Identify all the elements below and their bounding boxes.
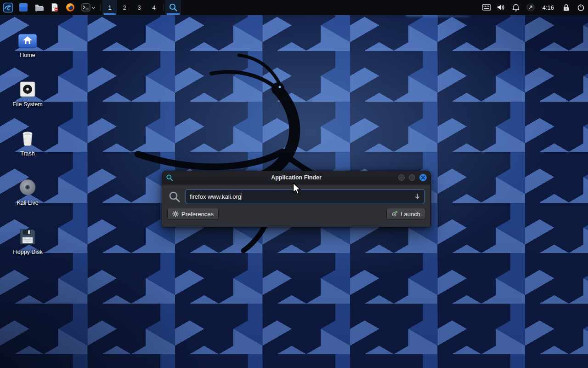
run-icon xyxy=(391,211,398,217)
top-panel: 1 2 3 4 xyxy=(0,0,588,15)
optical-disc-icon xyxy=(18,178,37,196)
document-icon xyxy=(50,3,59,12)
desktop-icon-label: Kali Live xyxy=(2,200,53,206)
application-finder-icon xyxy=(166,174,173,181)
text-editor-launcher[interactable] xyxy=(47,0,62,15)
workspace-3-button[interactable]: 3 xyxy=(132,0,147,15)
floppy-disk-icon xyxy=(19,228,36,246)
desktop-icon-home[interactable]: Home xyxy=(2,28,53,58)
volume-icon[interactable] xyxy=(494,0,509,15)
blue-square-icon xyxy=(19,3,28,12)
application-finder-window: Application Finder firefox www.kali.org xyxy=(162,171,431,227)
home-folder-icon xyxy=(18,32,37,49)
maximize-button[interactable] xyxy=(409,174,415,181)
keyboard-icon[interactable] xyxy=(479,0,494,15)
desktop: 1 2 3 4 xyxy=(0,0,588,368)
expand-arrow-icon[interactable] xyxy=(414,193,420,200)
notifications-bell-icon[interactable] xyxy=(509,0,523,15)
search-input-value: firefox www.kali.org xyxy=(190,193,241,200)
launch-button[interactable]: Launch xyxy=(386,208,425,220)
action-row: Preferences Launch xyxy=(162,203,430,220)
status-icon[interactable] xyxy=(523,0,538,15)
clock-text: 4:16 xyxy=(543,4,554,11)
gear-icon xyxy=(172,211,179,217)
workspace-1-button[interactable]: 1 xyxy=(102,0,117,15)
preferences-button[interactable]: Preferences xyxy=(167,208,219,220)
workspace-4-button[interactable]: 4 xyxy=(147,0,161,15)
desktop-icon-kali-live[interactable]: Kali Live xyxy=(2,175,53,206)
workspace-4-label: 4 xyxy=(152,4,155,11)
desktop-icon-label: File System xyxy=(2,101,53,108)
desktop-icon-label: Floppy Disk xyxy=(2,249,53,255)
taskbar-application-finder-button[interactable] xyxy=(165,0,181,15)
hard-drive-icon xyxy=(19,80,36,98)
window-controls xyxy=(398,174,427,181)
firefox-icon xyxy=(66,3,75,12)
text-caret xyxy=(242,193,242,200)
search-icon xyxy=(168,190,181,203)
preferences-label: Preferences xyxy=(181,211,214,218)
workspace-1-label: 1 xyxy=(108,4,111,11)
workspace-2-button[interactable]: 2 xyxy=(117,0,132,15)
folder-launcher[interactable] xyxy=(31,0,47,15)
titlebar[interactable]: Application Finder xyxy=(162,171,430,184)
terminal-launcher[interactable] xyxy=(78,0,98,15)
folder-icon xyxy=(34,3,44,12)
magnifier-icon xyxy=(169,3,178,12)
desktop-icon-label: Trash xyxy=(2,150,53,157)
panel-right: 4:16 xyxy=(479,0,588,15)
close-icon xyxy=(421,176,425,179)
trash-icon xyxy=(20,129,35,147)
desktop-icon-file-system[interactable]: File System xyxy=(2,77,53,108)
minimize-button[interactable] xyxy=(398,174,405,181)
launch-label: Launch xyxy=(401,211,420,218)
kali-dragon-icon xyxy=(3,2,13,13)
search-row: firefox www.kali.org xyxy=(162,184,430,203)
file-manager-launcher[interactable] xyxy=(16,0,31,15)
terminal-icon xyxy=(81,3,90,12)
desktop-icon-floppy-disk[interactable]: Floppy Disk xyxy=(2,224,53,255)
desktop-icon-label: Home xyxy=(2,52,53,58)
window-title: Application Finder xyxy=(162,174,430,181)
search-input[interactable]: firefox www.kali.org xyxy=(186,190,424,203)
workspace-3-label: 3 xyxy=(137,4,141,11)
power-icon[interactable] xyxy=(573,0,588,15)
panel-separator xyxy=(163,3,164,12)
firefox-launcher[interactable] xyxy=(62,0,78,15)
panel-left: 1 2 3 4 xyxy=(0,0,181,15)
workspace-2-label: 2 xyxy=(123,4,126,11)
applications-menu-button[interactable] xyxy=(0,0,16,15)
chevron-down-icon xyxy=(91,6,96,9)
desktop-icon-trash[interactable]: Trash xyxy=(2,126,53,157)
lock-icon[interactable] xyxy=(559,0,573,15)
panel-separator xyxy=(100,3,101,12)
close-button[interactable] xyxy=(419,174,427,181)
clock[interactable]: 4:16 xyxy=(538,0,559,15)
